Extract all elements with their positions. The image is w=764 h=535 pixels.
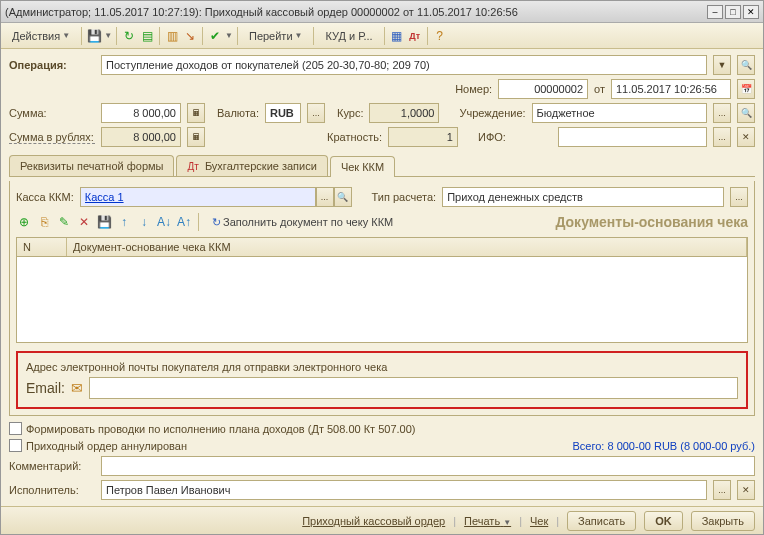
executor-select-button[interactable]: ... bbox=[713, 480, 731, 500]
email-label: Email: bbox=[26, 380, 65, 396]
edit-icon[interactable]: ✎ bbox=[56, 214, 72, 230]
kassa-label: Касса ККМ: bbox=[16, 191, 74, 203]
operation-label: Операция: bbox=[9, 59, 95, 71]
mult-input bbox=[388, 127, 458, 147]
comment-label: Комментарий: bbox=[9, 460, 95, 472]
dr-kr-icon[interactable]: Дт bbox=[407, 28, 423, 44]
org-input[interactable] bbox=[532, 103, 707, 123]
calc-type-label: Тип расчета: bbox=[372, 191, 437, 203]
chevron-down-icon[interactable]: ▼ bbox=[225, 31, 233, 40]
sort-desc-icon[interactable]: A↑ bbox=[176, 214, 192, 230]
actions-label: Действия bbox=[12, 30, 60, 42]
calculator-button[interactable]: 🖩 bbox=[187, 127, 205, 147]
grid-header: N Документ-основание чека ККМ bbox=[17, 238, 747, 257]
checkbox-plan-income[interactable] bbox=[9, 422, 22, 435]
report-icon[interactable]: ▦ bbox=[389, 28, 405, 44]
kudir-button[interactable]: КУД и Р... bbox=[318, 27, 379, 45]
org-label: Учреждение: bbox=[459, 107, 525, 119]
kassa-input[interactable] bbox=[80, 187, 316, 207]
check-icon[interactable]: ✔ bbox=[207, 28, 223, 44]
save-icon[interactable]: 💾 bbox=[86, 28, 102, 44]
currency-select-button[interactable]: ... bbox=[307, 103, 325, 123]
col-n[interactable]: N bbox=[17, 238, 67, 256]
tab-bar: Реквизиты печатной формы Дт Бухгалтерски… bbox=[9, 155, 755, 177]
checkbox-cancelled[interactable] bbox=[9, 439, 22, 452]
grid-toolbar: ⊕ ⎘ ✎ ✕ 💾 ↑ ↓ A↓ A↑ ↻ Заполнить документ… bbox=[16, 211, 748, 233]
rate-label: Курс: bbox=[337, 107, 363, 119]
executor-clear-button[interactable]: ✕ bbox=[737, 480, 755, 500]
print-form-link[interactable]: Приходный кассовый ордер bbox=[302, 515, 445, 527]
checkbox-plan-income-label: Формировать проводки по исполнению плана… bbox=[26, 423, 416, 435]
refresh-icon[interactable]: ↻ bbox=[121, 28, 137, 44]
sum-input[interactable] bbox=[101, 103, 181, 123]
maximize-button[interactable]: □ bbox=[725, 5, 741, 19]
move-down-icon[interactable]: ↓ bbox=[136, 214, 152, 230]
mult-label: Кратность: bbox=[327, 131, 382, 143]
separator bbox=[202, 27, 203, 45]
kassa-select-button[interactable]: ... bbox=[316, 187, 334, 207]
currency-label: Валюта: bbox=[217, 107, 259, 119]
date-input[interactable] bbox=[611, 79, 731, 99]
email-input[interactable] bbox=[89, 377, 738, 399]
print-menu[interactable]: Печать ▼ bbox=[464, 515, 511, 527]
kassa-open-button[interactable]: 🔍 bbox=[334, 187, 352, 207]
rate-input bbox=[369, 103, 439, 123]
separator bbox=[427, 27, 428, 45]
comment-input[interactable] bbox=[101, 456, 755, 476]
add-icon[interactable]: ⊕ bbox=[16, 214, 32, 230]
tab-kkm-check[interactable]: Чек ККМ bbox=[330, 156, 395, 177]
ifo-input[interactable] bbox=[558, 127, 707, 147]
currency-input[interactable] bbox=[265, 103, 301, 123]
org-open-button[interactable]: 🔍 bbox=[737, 103, 755, 123]
arrow-left-icon[interactable]: ↘ bbox=[182, 28, 198, 44]
chevron-down-icon[interactable]: ▼ bbox=[104, 31, 112, 40]
calculator-button[interactable]: 🖩 bbox=[187, 103, 205, 123]
org-select-button[interactable]: ... bbox=[713, 103, 731, 123]
docs-basis-title: Документы-основания чека bbox=[555, 214, 748, 230]
separator bbox=[313, 27, 314, 45]
col-doc[interactable]: Документ-основание чека ККМ bbox=[67, 238, 747, 256]
fill-from-check-button[interactable]: ↻ Заполнить документ по чеку ККМ bbox=[205, 213, 400, 232]
ok-button[interactable]: OK bbox=[644, 511, 683, 531]
separator bbox=[116, 27, 117, 45]
operation-dropdown[interactable]: ▼ bbox=[713, 55, 731, 75]
number-label: Номер: bbox=[455, 83, 492, 95]
from-label: от bbox=[594, 83, 605, 95]
dr-kr-icon: Дт bbox=[187, 161, 198, 172]
operation-open[interactable]: 🔍 bbox=[737, 55, 755, 75]
separator bbox=[198, 213, 199, 231]
sort-asc-icon[interactable]: A↓ bbox=[156, 214, 172, 230]
actions-menu[interactable]: Действия ▼ bbox=[5, 27, 77, 45]
save-icon[interactable]: 💾 bbox=[96, 214, 112, 230]
sum-rub-input bbox=[101, 127, 181, 147]
copy-icon[interactable]: ⎘ bbox=[36, 214, 52, 230]
goto-label: Перейти bbox=[249, 30, 293, 42]
tab-accounting[interactable]: Дт Бухгалтерские записи bbox=[176, 155, 327, 176]
move-up-icon[interactable]: ↑ bbox=[116, 214, 132, 230]
delete-icon[interactable]: ✕ bbox=[76, 214, 92, 230]
ifo-select-button[interactable]: ... bbox=[713, 127, 731, 147]
check-link[interactable]: Чек bbox=[530, 515, 548, 527]
goto-menu[interactable]: Перейти ▼ bbox=[242, 27, 310, 45]
kudir-label: КУД и Р... bbox=[325, 30, 372, 42]
save-button[interactable]: Записать bbox=[567, 511, 636, 531]
tab-print-props[interactable]: Реквизиты печатной формы bbox=[9, 155, 174, 176]
email-icon: ✉ bbox=[71, 380, 83, 396]
minimize-button[interactable]: – bbox=[707, 5, 723, 19]
page-green-icon[interactable]: ▤ bbox=[139, 28, 155, 44]
operation-select[interactable] bbox=[101, 55, 707, 75]
executor-input[interactable] bbox=[101, 480, 707, 500]
date-picker-button[interactable]: 📅 bbox=[737, 79, 755, 99]
number-input[interactable] bbox=[498, 79, 588, 99]
calc-type-input[interactable] bbox=[442, 187, 724, 207]
help-icon[interactable]: ? bbox=[432, 28, 448, 44]
close-button[interactable]: ✕ bbox=[743, 5, 759, 19]
ifo-clear-button[interactable]: ✕ bbox=[737, 127, 755, 147]
separator bbox=[159, 27, 160, 45]
docs-grid[interactable]: N Документ-основание чека ККМ bbox=[16, 237, 748, 343]
calc-type-select-button[interactable]: ... bbox=[730, 187, 748, 207]
close-button[interactable]: Закрыть bbox=[691, 511, 755, 531]
checkbox-cancelled-label: Приходный ордер аннулирован bbox=[26, 440, 187, 452]
window-title: (Администратор; 11.05.2017 10:27:19): Пр… bbox=[5, 6, 705, 18]
page-icon[interactable]: ▥ bbox=[164, 28, 180, 44]
